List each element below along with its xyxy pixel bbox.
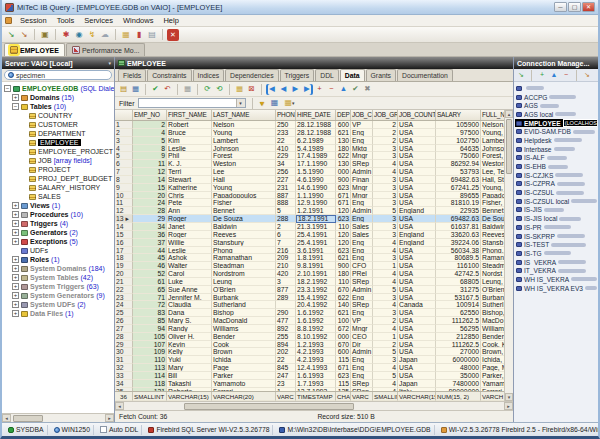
grid-cell[interactable]: Ichida,	[481, 356, 504, 364]
cancel-edit-icon[interactable]: ✖	[362, 84, 373, 95]
grid-cell[interactable]: 97500	[436, 129, 481, 137]
grid-cell[interactable]: 110	[336, 223, 351, 231]
row-number-cell[interactable]: 15	[115, 231, 133, 239]
grid-cell[interactable]: Dana	[167, 309, 212, 317]
grid-cell[interactable]: 116100	[436, 262, 481, 270]
grid-cell[interactable]: England	[398, 239, 436, 247]
grid-cell[interactable]: Robert	[167, 121, 212, 129]
grid-cell[interactable]: Parker	[212, 372, 276, 380]
services-icon[interactable]: ✱	[60, 29, 72, 41]
connection-is-czpra[interactable]: IS-CZPRA	[515, 180, 597, 189]
grid-cell[interactable]: USA	[398, 192, 436, 200]
grid-cell[interactable]: Mary S.	[167, 317, 212, 325]
grid-cell[interactable]: CEO	[351, 333, 373, 341]
grid-cell[interactable]: Steadm	[481, 262, 504, 270]
grid-cell[interactable]: 4	[373, 278, 398, 286]
grid-cell[interactable]: 89655	[436, 192, 481, 200]
column-header-job_grade[interactable]: JOB_GRADE	[373, 110, 398, 120]
tree-item-employee[interactable]: EMPLOYEE	[4, 138, 114, 147]
expand-icon[interactable]: +	[12, 220, 19, 227]
grid-cell[interactable]: Bruce	[167, 129, 212, 137]
grid-cell[interactable]: USA	[398, 168, 436, 176]
grid-cell[interactable]: 622	[336, 294, 351, 302]
open-database-icon[interactable]: ▣	[39, 29, 51, 41]
grid-cell[interactable]: 3.6.1991	[296, 247, 336, 255]
grid-cell[interactable]: De Sou	[481, 215, 504, 223]
grid-cell[interactable]: 25.4.1991	[296, 231, 336, 239]
connection-employee[interactable]: EMPLOYEE(LOCALHOST)	[515, 119, 597, 128]
row-number-cell[interactable]: 16	[115, 239, 133, 247]
edit-record-icon[interactable]: ▲	[338, 84, 349, 95]
grid-cell[interactable]	[276, 301, 296, 309]
grid-cell[interactable]: 29	[133, 215, 167, 223]
grid-cell[interactable]: 4	[373, 168, 398, 176]
grid-cell[interactable]: USA	[398, 160, 436, 168]
grid-cell[interactable]: 180	[336, 270, 351, 278]
grid-cell[interactable]: 46	[133, 262, 167, 270]
row-number-cell[interactable]: 2	[115, 129, 133, 137]
grid-cell[interactable]: USA	[398, 145, 436, 153]
row-number-cell[interactable]: 3	[115, 137, 133, 145]
grid-cell[interactable]: USA	[398, 333, 436, 341]
grid-cell[interactable]: 12	[133, 168, 167, 176]
grid-cell[interactable]: 2	[373, 129, 398, 137]
grid-cell[interactable]: 23	[276, 380, 296, 388]
connection-is-jis-local[interactable]: IS-JIS local	[515, 214, 597, 223]
menu-tools[interactable]: Tools	[52, 15, 80, 26]
grid-cell[interactable]: Eng	[351, 247, 373, 255]
row-number-cell[interactable]: 9	[115, 184, 133, 192]
grid-cell[interactable]: SRep	[351, 380, 373, 388]
grid-cell[interactable]: Mngr	[351, 192, 373, 200]
row-number-cell[interactable]: 7	[115, 168, 133, 176]
row-number-cell[interactable]: 27	[115, 325, 133, 333]
connection-is-czsul-local[interactable]: IS-CZSUL local	[515, 197, 597, 206]
grid-cell[interactable]: 900	[336, 262, 351, 270]
grid-cell[interactable]: 44	[133, 247, 167, 255]
grid-cell[interactable]: 256	[276, 168, 296, 176]
grid-cell[interactable]: 86292.94	[436, 160, 481, 168]
expand-icon[interactable]: +	[12, 301, 19, 308]
tree-item-system-udfs[interactable]: +System UDFs(2)	[4, 300, 114, 309]
grid-cell[interactable]: USA	[398, 325, 436, 333]
export-results-icon[interactable]: ▤	[118, 84, 129, 95]
grid-cell[interactable]: 7	[276, 239, 296, 247]
scroll-right-icon[interactable]: ▸	[105, 414, 114, 422]
grid-cell[interactable]: 14	[133, 176, 167, 184]
grid-cell[interactable]: 209	[276, 254, 296, 262]
grid-cell[interactable]: 894	[276, 341, 296, 349]
tree-item-employee-gdb[interactable]: −EMPLOYEE.GDB(SQL Dialect 1)	[4, 84, 114, 93]
grid-cell[interactable]: Japan	[398, 356, 436, 364]
grid-cell[interactable]: 120	[336, 207, 351, 215]
session-tab-employee[interactable]: EMPLOYEE	[4, 43, 65, 56]
collapse-icon[interactable]: −	[4, 85, 11, 92]
grid-cell[interactable]: 3	[276, 278, 296, 286]
grid-cell[interactable]: Bishop,	[481, 309, 504, 317]
grid-cell[interactable]: Burban	[481, 294, 504, 302]
connection-accpg[interactable]: ACCPG	[515, 93, 597, 102]
grid-cell[interactable]: 100914	[436, 301, 481, 309]
grid-cell[interactable]: Phong,	[481, 247, 504, 255]
grid-cell[interactable]: 12.9.1990	[296, 199, 336, 207]
grid-cell[interactable]: Nordst	[481, 270, 504, 278]
grid-cell[interactable]: Mngr	[351, 184, 373, 192]
grid-cell[interactable]: 39224.06	[436, 239, 481, 247]
tree-item-job[interactable]: JOB[array fields]	[4, 156, 114, 165]
grid-cell[interactable]: Admin	[351, 207, 373, 215]
grid-cell[interactable]: CFO	[351, 262, 373, 270]
row-number-cell[interactable]: 32	[115, 364, 133, 372]
grid-cell[interactable]: Eng	[351, 137, 373, 145]
grid-cell[interactable]: 3	[373, 309, 398, 317]
grid-cell[interactable]: Nelson	[212, 121, 276, 129]
grid-cell[interactable]: Yuki	[167, 356, 212, 364]
script-icon[interactable]: ↯	[86, 29, 98, 41]
edit-db-icon[interactable]: ▲	[549, 70, 559, 80]
grid-cell[interactable]: 102750	[436, 137, 481, 145]
grid-cell[interactable]: 22935	[436, 207, 481, 215]
grid-vertical-scrollbar[interactable]: ▴ ▾	[504, 110, 513, 401]
row-number-cell[interactable]: 28	[115, 333, 133, 341]
grid-cell[interactable]: 671	[336, 199, 351, 207]
grid-cell[interactable]: 120	[336, 239, 351, 247]
grid-cell[interactable]: 2.10.1991	[296, 270, 336, 278]
grid-cell[interactable]: 115	[336, 380, 351, 388]
grid-cell[interactable]: 1.7.1993	[296, 380, 336, 388]
